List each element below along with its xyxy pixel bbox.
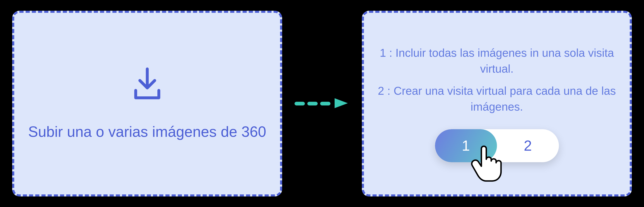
options-card: 1 : Incluir todas las imágenes in una so… — [362, 11, 632, 197]
diagram-container: Subir una o varias imágenes de 360 1 : I… — [12, 11, 632, 197]
option-2-text: 2 : Crear una visita virtual para cada u… — [376, 83, 617, 115]
upload-card[interactable]: Subir una o varias imágenes de 360 — [12, 11, 282, 197]
option-1-text: 1 : Incluir todas las imágenes in una so… — [376, 45, 617, 77]
toggle-option-2[interactable]: 2 — [497, 129, 559, 162]
pointer-hand-icon — [468, 145, 503, 185]
arrow-icon — [294, 95, 350, 112]
upload-text: Subir una o varias imágenes de 360 — [28, 121, 266, 142]
toggle-container: 1 2 — [435, 129, 559, 162]
download-icon — [126, 65, 168, 107]
